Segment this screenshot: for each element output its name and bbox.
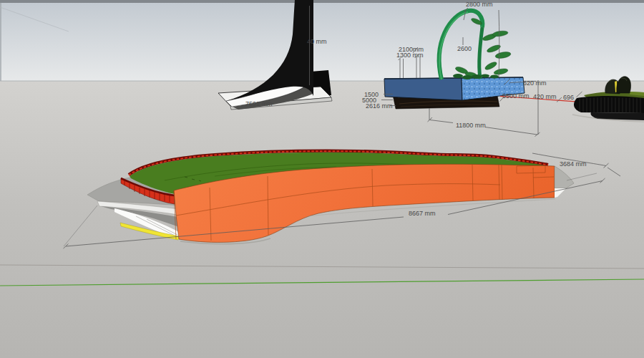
dim-label-box-length[interactable]: 5500 mm xyxy=(502,92,530,100)
ground xyxy=(0,81,644,358)
dim-label-box-offset[interactable]: 420 mm xyxy=(533,93,557,100)
dim-label-site-length[interactable]: 11800 mm xyxy=(456,122,486,129)
model-viewport[interactable]: 2800 mm 2100mm 1300 mm 2600 40 mm 7592 m… xyxy=(0,0,644,358)
dim-label-box-height[interactable]: 620 mm xyxy=(523,79,547,87)
scene-canvas[interactable] xyxy=(0,0,644,358)
dim-label-edge-offset[interactable]: 696 xyxy=(563,94,574,101)
dim-label-planter-b[interactable]: 1300 mm xyxy=(396,52,424,59)
dim-label-arch-width[interactable]: 2600 xyxy=(457,45,472,52)
dim-label-base-c[interactable]: 2616 mm xyxy=(366,102,393,110)
dim-label-platform-width[interactable]: 3684 mm xyxy=(560,160,587,168)
dim-label-spire-width[interactable]: 40 mm xyxy=(307,38,327,45)
dim-label-ramp-length[interactable]: 7592 mm xyxy=(245,100,273,107)
dim-label-platform-length[interactable]: 8667 mm xyxy=(409,210,436,217)
dim-label-sculpture-height[interactable]: 2800 mm xyxy=(466,1,493,8)
